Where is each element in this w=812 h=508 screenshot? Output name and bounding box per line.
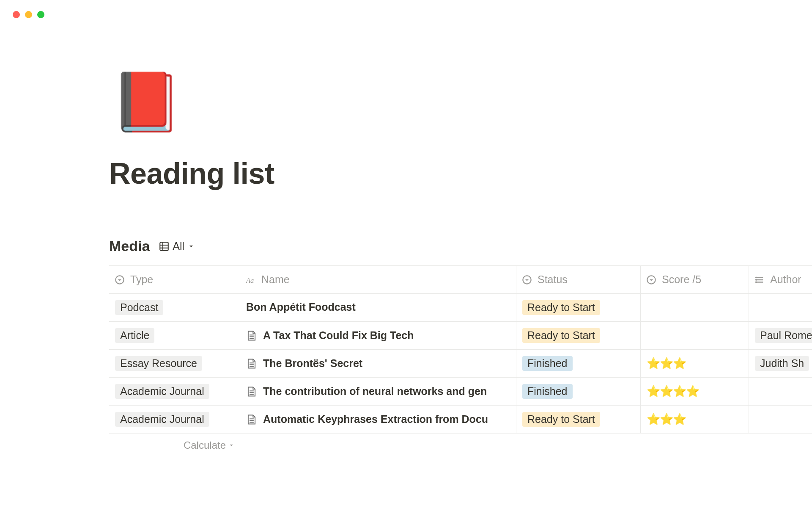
score-stars: ⭐⭐⭐ <box>647 357 686 370</box>
database-title[interactable]: Media <box>109 238 150 254</box>
database-header: Media All <box>109 238 812 254</box>
column-header-score[interactable]: Score /5 <box>641 266 749 293</box>
calculate-button[interactable]: Calculate <box>109 433 240 451</box>
page-name: Automatic Keyphrases Extraction from Doc… <box>263 413 488 425</box>
chevron-down-icon <box>228 442 234 448</box>
cell-name[interactable]: The Brontës' Secret <box>240 350 516 377</box>
type-tag: Academic Journal <box>115 412 209 427</box>
score-stars: ⭐⭐⭐ <box>647 413 686 426</box>
title-property-icon: Aa <box>246 275 255 284</box>
column-header-label: Name <box>261 273 290 286</box>
page-link[interactable]: Bon Appétit Foodcast <box>246 301 356 314</box>
table-row[interactable]: ArticleA Tax That Could Fix Big TechRead… <box>109 322 812 350</box>
page-link[interactable]: The contribution of neural networks and … <box>246 385 487 398</box>
chevron-down-icon <box>188 243 195 250</box>
cell-score[interactable] <box>641 322 749 349</box>
table-row[interactable]: Essay ResourceThe Brontës' SecretFinishe… <box>109 350 812 378</box>
close-window-button[interactable] <box>13 11 20 18</box>
svg-point-11 <box>756 277 756 277</box>
calculate-label: Calculate <box>184 439 226 451</box>
page-title[interactable]: Reading list <box>109 157 812 190</box>
cell-type[interactable]: Article <box>109 322 240 349</box>
type-tag: Article <box>115 328 154 343</box>
status-tag: Ready to Start <box>522 300 600 315</box>
page-name: The Brontës' Secret <box>263 357 362 370</box>
cell-name[interactable]: The contribution of neural networks and … <box>240 378 516 405</box>
status-tag: Ready to Start <box>522 328 600 343</box>
cell-status[interactable]: Ready to Start <box>516 294 641 321</box>
column-header-label: Author <box>770 273 801 286</box>
cell-score[interactable]: ⭐⭐⭐ <box>641 406 749 433</box>
page-content: 📕 Reading list Media All Type <box>0 73 812 433</box>
status-tag: Ready to Start <box>522 412 600 427</box>
column-header-label: Status <box>538 273 568 286</box>
page-name: The contribution of neural networks and … <box>263 385 487 398</box>
cell-status[interactable]: Ready to Start <box>516 322 641 349</box>
select-property-icon <box>647 275 656 284</box>
cell-author[interactable] <box>749 294 812 321</box>
cell-author[interactable]: Judith Sh <box>749 350 812 377</box>
cell-type[interactable]: Academic Journal <box>109 406 240 433</box>
database-table: Type Aa Name Status Score <box>109 265 812 433</box>
table-header-row: Type Aa Name Status Score <box>109 266 812 294</box>
page-link[interactable]: Automatic Keyphrases Extraction from Doc… <box>246 413 488 425</box>
page-icon <box>246 330 257 341</box>
type-tag: Essay Resource <box>115 356 202 371</box>
svg-text:Aa: Aa <box>246 276 254 284</box>
svg-rect-0 <box>160 242 169 251</box>
page-link[interactable]: The Brontës' Secret <box>246 357 362 370</box>
view-selector[interactable]: All <box>159 240 195 252</box>
multiselect-property-icon <box>755 275 764 284</box>
column-header-name[interactable]: Aa Name <box>240 266 516 293</box>
author-tag: Paul Rome <box>755 328 812 343</box>
cell-author[interactable] <box>749 406 812 433</box>
status-tag: Finished <box>522 384 573 399</box>
page-icon <box>246 358 257 369</box>
window-traffic-lights <box>0 0 812 18</box>
column-header-status[interactable]: Status <box>516 266 641 293</box>
cell-type[interactable]: Academic Journal <box>109 378 240 405</box>
author-tag: Judith Sh <box>755 356 809 371</box>
column-header-label: Score /5 <box>662 273 701 286</box>
cell-status[interactable]: Finished <box>516 378 641 405</box>
table-row[interactable]: PodcastBon Appétit FoodcastReady to Star… <box>109 294 812 322</box>
cell-type[interactable]: Podcast <box>109 294 240 321</box>
page-name: Bon Appétit Foodcast <box>246 301 356 314</box>
page-icon[interactable]: 📕 <box>111 73 812 130</box>
type-tag: Podcast <box>115 300 163 315</box>
column-header-label: Type <box>130 273 153 286</box>
page-icon <box>246 386 257 397</box>
view-label: All <box>173 240 184 252</box>
cell-author[interactable] <box>749 378 812 405</box>
cell-name[interactable]: Automatic Keyphrases Extraction from Doc… <box>240 406 516 433</box>
type-tag: Academic Journal <box>115 384 209 399</box>
table-view-icon <box>159 241 169 251</box>
cell-type[interactable]: Essay Resource <box>109 350 240 377</box>
page-link[interactable]: A Tax That Could Fix Big Tech <box>246 329 414 342</box>
svg-point-13 <box>756 282 756 282</box>
cell-score[interactable] <box>641 294 749 321</box>
maximize-window-button[interactable] <box>37 11 44 18</box>
column-header-author[interactable]: Author <box>749 266 812 293</box>
cell-score[interactable]: ⭐⭐⭐ <box>641 350 749 377</box>
cell-author[interactable]: Paul Rome <box>749 322 812 349</box>
page-icon <box>246 414 257 425</box>
minimize-window-button[interactable] <box>25 11 32 18</box>
cell-name[interactable]: A Tax That Could Fix Big Tech <box>240 322 516 349</box>
cell-name[interactable]: Bon Appétit Foodcast <box>240 294 516 321</box>
select-property-icon <box>522 275 532 284</box>
score-stars: ⭐⭐⭐⭐ <box>647 385 699 398</box>
column-header-type[interactable]: Type <box>109 266 240 293</box>
select-property-icon <box>115 275 124 284</box>
svg-point-12 <box>756 279 756 280</box>
cell-status[interactable]: Finished <box>516 350 641 377</box>
status-tag: Finished <box>522 356 573 371</box>
page-name: A Tax That Could Fix Big Tech <box>263 329 414 342</box>
table-row[interactable]: Academic JournalThe contribution of neur… <box>109 378 812 406</box>
cell-status[interactable]: Ready to Start <box>516 406 641 433</box>
table-row[interactable]: Academic JournalAutomatic Keyphrases Ext… <box>109 406 812 433</box>
cell-score[interactable]: ⭐⭐⭐⭐ <box>641 378 749 405</box>
